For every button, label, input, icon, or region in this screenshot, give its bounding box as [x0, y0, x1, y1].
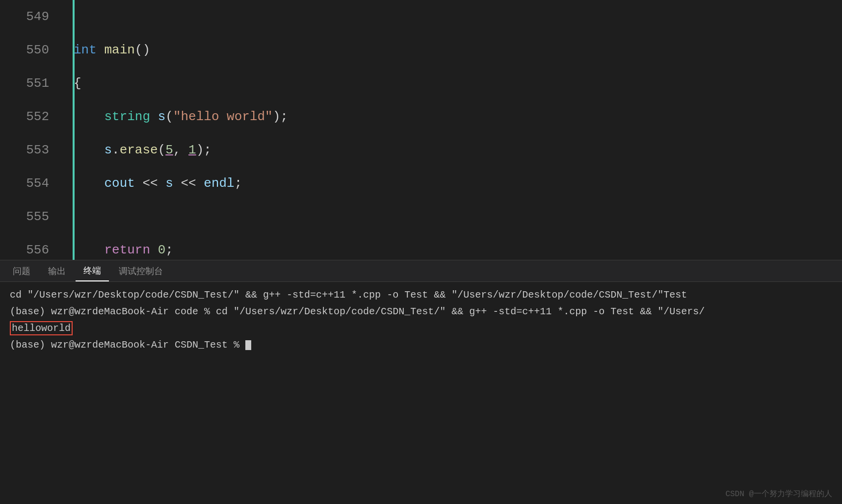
- code-area: int main(){ string s("hello world"); s.e…: [59, 0, 842, 260]
- line-number: 549: [10, 0, 49, 33]
- terminal-line: cd "/Users/wzr/Desktop/code/CSDN_Test/" …: [10, 287, 832, 303]
- watermark: CSDN @一个努力学习编程的人: [725, 489, 832, 499]
- terminal-line: helloworld: [10, 320, 832, 337]
- terminal-tabs: 问题输出终端调试控制台: [0, 260, 842, 282]
- terminal-container: 问题输出终端调试控制台 cd "/Users/wzr/Desktop/code/…: [0, 260, 842, 504]
- editor-wrapper: 549550551552553554555556557558559 int ma…: [0, 0, 842, 260]
- line-number: 551: [10, 67, 49, 100]
- terminal-tab[interactable]: 调试控制台: [111, 260, 171, 281]
- code-line: {: [74, 67, 842, 100]
- editor-area: 549550551552553554555556557558559 int ma…: [0, 0, 842, 260]
- code-line: [74, 200, 842, 233]
- terminal-tab[interactable]: 终端: [76, 260, 109, 281]
- terminal-tab[interactable]: 输出: [40, 260, 74, 281]
- line-number: 554: [10, 167, 49, 200]
- code-line: string s("hello world");: [74, 100, 842, 133]
- code-line: cout << s << endl;: [74, 167, 842, 200]
- code-line: int main(): [74, 33, 842, 67]
- line-number: 550: [10, 33, 49, 67]
- terminal-content: cd "/Users/wzr/Desktop/code/CSDN_Test/" …: [0, 282, 842, 504]
- code-line: [74, 0, 842, 33]
- terminal-line: (base) wzr@wzrdeMacBook-Air code % cd "/…: [10, 303, 832, 320]
- line-number: 552: [10, 100, 49, 133]
- line-number: 555: [10, 200, 49, 233]
- highlighted-output: helloworld: [10, 321, 73, 335]
- line-number: 556: [10, 233, 49, 260]
- line-number: 553: [10, 133, 49, 167]
- code-line: s.erase(5, 1);: [74, 133, 842, 167]
- terminal-line: (base) wzr@wzrdeMacBook-Air CSDN_Test %: [10, 337, 832, 353]
- code-line: return 0;: [74, 233, 842, 260]
- terminal-cursor: [245, 340, 251, 350]
- line-numbers: 549550551552553554555556557558559: [0, 0, 59, 260]
- terminal-tab[interactable]: 问题: [5, 260, 38, 281]
